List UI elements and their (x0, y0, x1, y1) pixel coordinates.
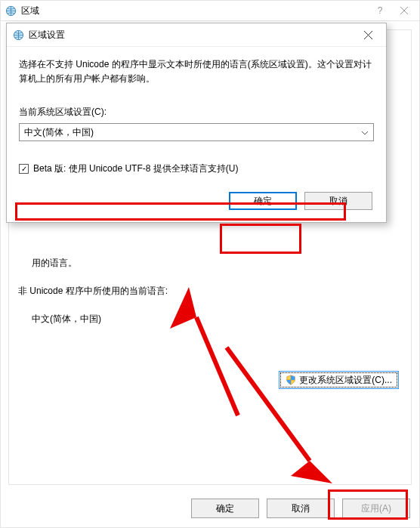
shield-icon (286, 375, 296, 385)
close-icon (364, 31, 372, 39)
change-system-locale-label: 更改系统区域设置(C)... (299, 374, 392, 387)
dialog-close-button[interactable] (356, 27, 380, 42)
beta-utf8-label: Beta 版: 使用 Unicode UTF-8 提供全球语言支持(U) (33, 162, 238, 175)
non-unicode-heading: 非 Unicode 程序中所使用的当前语言: (18, 285, 402, 298)
region-window-titlebar: 区域 ? (1, 1, 419, 21)
non-unicode-value: 中文(简体，中国) (32, 313, 402, 326)
truncated-text: 用的语言。 (32, 257, 402, 270)
ok-button[interactable]: 确定 (191, 499, 259, 518)
cancel-button[interactable]: 取消 (267, 499, 335, 518)
globe-icon (13, 29, 24, 41)
region-window-buttons: 确定 取消 应用(A) (191, 499, 410, 518)
beta-utf8-checkbox[interactable]: ✓ (19, 164, 29, 174)
dialog-button-row: 确定 取消 (19, 187, 372, 210)
region-window-title: 区域 (21, 5, 39, 17)
apply-button[interactable]: 应用(A) (342, 499, 410, 518)
beta-utf8-checkbox-row[interactable]: ✓ Beta 版: 使用 Unicode UTF-8 提供全球语言支持(U) (19, 162, 374, 175)
dialog-titlebar: 区域设置 (7, 23, 386, 47)
close-window-button[interactable] (394, 4, 415, 17)
globe-icon (5, 5, 17, 17)
help-button[interactable]: ? (369, 4, 391, 17)
dialog-title: 区域设置 (29, 29, 65, 42)
dialog-body: 选择在不支持 Unicode 的程序中显示文本时所使用的语言(系统区域设置)。这… (7, 47, 386, 222)
current-locale-label: 当前系统区域设置(C): (19, 106, 374, 119)
change-system-locale-button[interactable]: 更改系统区域设置(C)... (279, 371, 399, 389)
region-content-remnant: 用的语言。 非 Unicode 程序中所使用的当前语言: 中文(简体，中国) 更… (9, 257, 411, 389)
region-settings-dialog: 区域设置 选择在不支持 Unicode 的程序中显示文本时所使用的语言(系统区域… (6, 23, 387, 223)
dialog-ok-button[interactable]: 确定 (229, 192, 297, 210)
dialog-description: 选择在不支持 Unicode 的程序中显示文本时所使用的语言(系统区域设置)。这… (19, 57, 374, 86)
chevron-down-icon (361, 127, 369, 137)
dialog-cancel-button[interactable]: 取消 (304, 192, 372, 210)
current-locale-combobox[interactable]: 中文(简体，中国) (19, 123, 374, 141)
current-locale-value: 中文(简体，中国) (24, 126, 94, 139)
window-controls: ? (369, 4, 415, 17)
